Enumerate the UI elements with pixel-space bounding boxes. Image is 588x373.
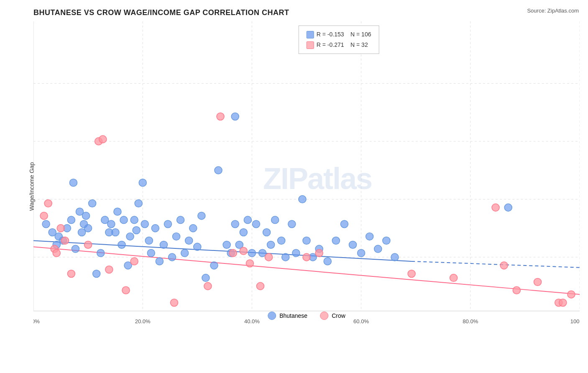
svg-point-54: [141, 220, 148, 228]
svg-point-133: [559, 299, 567, 307]
legend-box: R = -0.153 N = 106 R = -0.271 N = 32: [299, 26, 379, 54]
svg-point-107: [57, 225, 64, 232]
svg-point-67: [194, 243, 201, 250]
svg-point-118: [217, 113, 224, 120]
svg-point-65: [185, 237, 193, 245]
svg-point-79: [252, 220, 260, 228]
svg-text:0.0%: 0.0%: [33, 318, 40, 324]
svg-point-124: [303, 253, 310, 261]
blue-legend-text: R = -0.153 N = 106: [317, 29, 371, 40]
svg-point-130: [513, 286, 520, 294]
svg-point-131: [534, 278, 541, 286]
svg-point-62: [173, 233, 180, 240]
svg-point-49: [126, 233, 134, 240]
svg-point-119: [229, 249, 237, 257]
svg-point-57: [151, 225, 159, 232]
svg-point-83: [271, 216, 279, 224]
svg-point-121: [246, 260, 253, 267]
svg-point-112: [84, 241, 92, 248]
svg-point-85: [282, 253, 289, 261]
svg-point-55: [145, 237, 153, 245]
svg-point-102: [504, 204, 512, 211]
svg-point-117: [204, 282, 212, 290]
pink-n-value: N = 32: [350, 41, 368, 48]
svg-point-126: [408, 270, 415, 278]
svg-point-120: [240, 247, 247, 255]
crow-legend-circle: [320, 312, 328, 320]
svg-line-22: [412, 261, 580, 268]
blue-r-value: R = -0.153: [317, 31, 344, 38]
bottom-legend: Bhutanese Crow: [268, 312, 345, 320]
svg-text:20.0%: 20.0%: [135, 318, 151, 324]
svg-point-134: [568, 291, 575, 298]
svg-point-31: [69, 179, 77, 186]
svg-point-45: [114, 208, 121, 215]
svg-text:40.0%: 40.0%: [244, 318, 260, 324]
svg-point-104: [44, 199, 52, 207]
svg-point-37: [84, 225, 92, 232]
svg-point-122: [256, 282, 264, 290]
svg-point-69: [202, 274, 210, 282]
svg-point-74: [231, 220, 239, 228]
svg-point-92: [324, 258, 331, 265]
blue-legend-square: [307, 31, 314, 38]
svg-point-129: [500, 262, 508, 269]
svg-point-52: [135, 199, 142, 207]
pink-r-value: R = -0.271: [317, 41, 344, 48]
svg-point-46: [118, 241, 125, 248]
svg-point-89: [303, 237, 310, 245]
svg-point-24: [42, 220, 50, 228]
svg-point-77: [244, 216, 251, 224]
svg-point-94: [340, 220, 348, 228]
svg-point-61: [168, 253, 176, 261]
source-label: Source: ZipAtlas.com: [527, 8, 579, 14]
svg-text:100.0%: 100.0%: [570, 318, 580, 324]
svg-point-50: [130, 216, 138, 224]
svg-point-71: [215, 166, 222, 174]
scatter-chart: 20.0% 40.0% 60.0% 80.0% 0.0% 20.0% 40.0%…: [33, 21, 580, 336]
svg-text:80.0%: 80.0%: [463, 318, 478, 324]
svg-point-58: [156, 258, 163, 265]
svg-point-103: [40, 212, 48, 220]
legend-row-blue: R = -0.153 N = 106: [307, 29, 371, 40]
svg-point-87: [292, 249, 300, 257]
svg-point-51: [133, 227, 140, 234]
svg-point-115: [130, 258, 138, 265]
svg-point-86: [288, 220, 296, 228]
svg-point-39: [93, 270, 100, 278]
svg-point-64: [181, 249, 189, 257]
bhutanese-legend-label: Bhutanese: [279, 312, 307, 319]
svg-point-59: [160, 241, 167, 248]
svg-point-109: [67, 270, 75, 278]
pink-legend-text: R = -0.271 N = 32: [317, 40, 368, 50]
svg-point-56: [147, 249, 155, 257]
svg-point-63: [177, 216, 184, 224]
svg-point-44: [112, 229, 119, 236]
svg-point-114: [122, 286, 130, 294]
svg-point-95: [349, 241, 356, 248]
crow-legend-item: Crow: [320, 312, 345, 320]
svg-point-125: [315, 249, 323, 257]
svg-point-123: [265, 253, 273, 261]
svg-point-116: [171, 299, 178, 307]
svg-point-108: [61, 237, 69, 245]
legend-row-pink: R = -0.271 N = 32: [307, 40, 371, 50]
svg-point-99: [383, 237, 390, 245]
svg-point-82: [267, 241, 275, 248]
svg-point-68: [198, 212, 205, 220]
svg-point-43: [107, 220, 115, 228]
svg-point-66: [189, 225, 197, 232]
svg-point-97: [366, 233, 373, 240]
svg-point-128: [492, 204, 499, 211]
svg-point-113: [105, 266, 113, 273]
svg-point-76: [240, 229, 247, 236]
svg-text:60.0%: 60.0%: [353, 318, 369, 324]
pink-legend-square: [307, 41, 314, 49]
svg-point-32: [72, 245, 79, 253]
svg-point-47: [120, 216, 128, 224]
svg-point-100: [391, 253, 399, 261]
svg-point-84: [278, 237, 285, 245]
chart-container: BHUTANESE VS CROW WAGE/INCOME GAP CORREL…: [0, 0, 588, 373]
chart-area: R = -0.153 N = 106 R = -0.271 N = 32 ZIP…: [33, 21, 580, 336]
svg-point-101: [231, 113, 239, 120]
